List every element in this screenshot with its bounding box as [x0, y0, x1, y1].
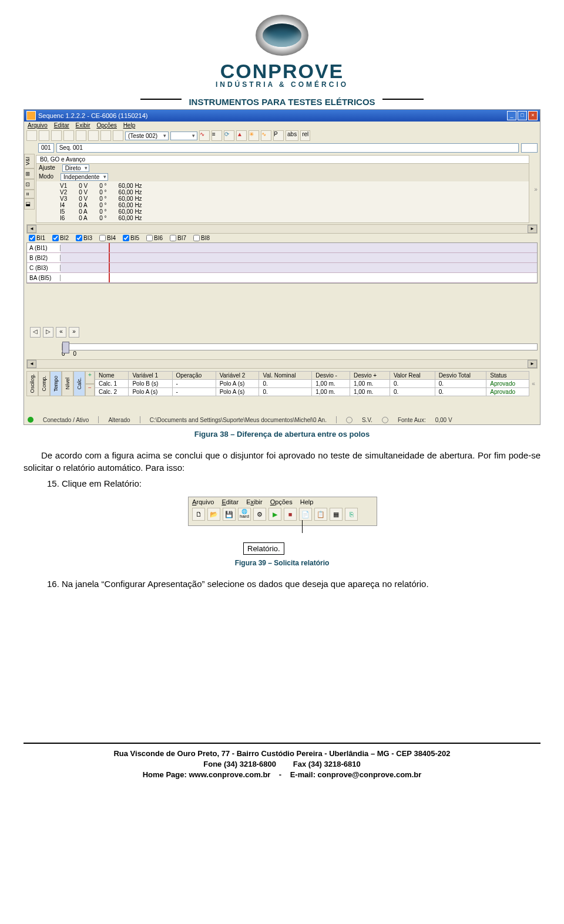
toolbar-2: 🗋 📂 💾 🌐 hard ⚙ ▶ ■ 📄 📋 ▦ ⎘ [189, 507, 377, 522]
h-scrollbar-mid[interactable]: ◄► [26, 359, 538, 369]
table-icon[interactable]: ▦ [330, 508, 343, 521]
paragraph-1: De acordo com a figura acima se conclui … [24, 449, 540, 474]
scroll-left-icon[interactable]: ◄ [27, 225, 36, 233]
menu2-arquivo[interactable]: Arquivo [192, 498, 214, 505]
channel-panel: B0, GO e Avanço Ajuste Direto Modo Indep… [36, 155, 529, 223]
label-ajuste: Ajuste [39, 164, 55, 172]
seq-label[interactable]: Seq. 001 [56, 143, 519, 153]
panel-tab-label[interactable]: B0, GO e Avanço [36, 156, 529, 164]
sine-icon[interactable]: ∿ [261, 130, 271, 141]
vtab-nivel[interactable]: Nível [62, 371, 73, 396]
clipboard-icon[interactable]: 📋 [314, 508, 327, 521]
signal-ba-label: BA (BI5) [27, 275, 61, 281]
banner: INSTRUMENTOS PARA TESTES ELÉTRICOS [24, 91, 540, 107]
menu-exibir[interactable]: Exibir [76, 122, 90, 129]
seq-extra[interactable] [521, 143, 538, 153]
sequence-row: 001 Seq. 001 [24, 142, 540, 154]
menu-help[interactable]: Help [123, 122, 136, 129]
add-row-icon[interactable]: + [85, 371, 95, 384]
toolbar: (Teste 002) ∿ ≡ ⟳ ▲ ✳ ∿ P abs rel [24, 129, 540, 142]
play-icon[interactable] [88, 130, 99, 141]
new-icon[interactable] [26, 130, 37, 141]
signal-a-label: A (BI1) [27, 245, 61, 251]
close-button[interactable]: × [528, 111, 538, 120]
ajuste-select[interactable]: Direto [62, 164, 90, 172]
window-title: Sequenc 1.2.2.2 - CE-6006 (1150214) [38, 112, 148, 119]
scroll-right-icon[interactable]: ► [528, 225, 537, 233]
report-icon[interactable]: 📄 [299, 508, 312, 521]
bi1-checkbox[interactable]: BI1 [29, 235, 45, 241]
stop-icon[interactable] [100, 130, 111, 141]
test-selector[interactable]: (Teste 002) [125, 131, 169, 140]
p-icon[interactable]: P [273, 130, 284, 141]
collapse-right-icon[interactable]: « [529, 371, 538, 396]
new-file-icon[interactable]: 🗋 [192, 508, 205, 521]
ffwd-icon[interactable]: » [69, 327, 79, 338]
bi6-checkbox[interactable]: BI6 [146, 235, 163, 241]
bi2-checkbox[interactable]: BI2 [52, 235, 69, 241]
vtab-calc[interactable]: Calc. [73, 371, 85, 396]
menu2-editar[interactable]: Editar [221, 498, 239, 505]
play-icon-2[interactable]: ▶ [268, 508, 281, 521]
figure-39-caption: Figura 39 – Solicita relatório [24, 559, 540, 567]
save-icon[interactable] [51, 130, 62, 141]
menu-opcoes[interactable]: Opções [96, 122, 116, 129]
menu-bar-2: Arquivo Editar Exibir Opções Help [189, 497, 377, 507]
save-file-icon[interactable]: 💾 [223, 508, 236, 521]
vtab-oscilog[interactable]: Oscilog. [26, 371, 38, 396]
status-fonte-icon [382, 417, 388, 423]
seq-number[interactable]: 001 [38, 143, 54, 153]
settings-icon[interactable]: ⚙ [253, 508, 266, 521]
wave1-icon[interactable]: ∿ [199, 130, 210, 141]
slider-right-value: 0 [73, 350, 77, 357]
h-scrollbar-top[interactable]: ◄ ► [26, 224, 538, 234]
open-icon[interactable] [39, 130, 49, 141]
wave3-icon[interactable]: ⟳ [224, 130, 234, 141]
step-fwd-icon[interactable]: ▷ [43, 327, 53, 338]
step-back-icon[interactable]: ◁ [30, 327, 41, 338]
menu2-help[interactable]: Help [300, 498, 314, 505]
config-icon[interactable] [76, 130, 86, 141]
modo-select[interactable]: Independente [61, 173, 108, 181]
label-rel[interactable]: rel [300, 130, 310, 141]
bi5-checkbox[interactable]: BI5 [123, 235, 139, 241]
hardware-icon[interactable] [63, 130, 74, 141]
window-titlebar: Sequenc 1.2.2.2 - CE-6006 (1150214) _ □ … [24, 110, 540, 122]
bi3-checkbox[interactable]: BI3 [76, 235, 92, 241]
time-slider[interactable]: 0 0 [26, 343, 538, 357]
logo-graphic [250, 12, 314, 59]
expand-right-icon[interactable]: » [532, 154, 540, 224]
rewind-icon[interactable]: « [56, 327, 66, 338]
footer-homepage: Home Page: www.conprove.com.br [143, 770, 271, 779]
vtab-comp[interactable]: Comp. [38, 371, 50, 396]
report-icon[interactable] [113, 130, 123, 141]
open-file-icon[interactable]: 📂 [207, 508, 220, 521]
wave-selector[interactable] [170, 131, 197, 140]
bi4-checkbox[interactable]: BI4 [99, 235, 116, 241]
menu-arquivo[interactable]: Arquivo [28, 122, 48, 129]
export-icon[interactable]: ⎘ [345, 508, 358, 521]
table-row[interactable]: Calc. 1Polo B (s) -Polo A (s) 0.1,00 m. … [95, 380, 529, 388]
wave2-icon[interactable]: ≡ [212, 130, 222, 141]
stop-icon-2[interactable]: ■ [284, 508, 297, 521]
chart-icon[interactable]: ▲ [236, 130, 247, 141]
label-abs[interactable]: abs [286, 130, 298, 141]
bi8-checkbox[interactable]: BI8 [193, 235, 210, 241]
page-footer: Rua Visconde de Ouro Preto, 77 - Bairro … [24, 743, 540, 781]
footer-email: E-mail: conprove@conprove.com.br [290, 770, 422, 779]
table-row[interactable]: Calc. 2Polo A (s) -Polo A (s) 0.1,00 m. … [95, 388, 529, 396]
signal-c-label: C (BI3) [27, 265, 61, 271]
vtab-tempo[interactable]: Tempo [50, 371, 62, 396]
maximize-button[interactable]: □ [518, 111, 527, 120]
menu2-opcoes[interactable]: Opções [270, 498, 293, 505]
minimize-button[interactable]: _ [507, 111, 516, 120]
phasor-icon[interactable]: ✳ [249, 130, 259, 141]
menu-editar[interactable]: Editar [54, 122, 69, 129]
bi7-checkbox[interactable]: BI7 [170, 235, 186, 241]
status-fonte-value: 0,00 V [435, 417, 452, 423]
company-logo: CONPROVE INDÚSTRIA & COMÉRCIO [24, 12, 540, 89]
hard-icon[interactable]: 🌐 hard [238, 508, 251, 521]
remove-row-icon[interactable]: − [85, 384, 95, 397]
menu2-exibir[interactable]: Exibir [246, 498, 263, 505]
step-15: 15. Clique em Relatório: [24, 477, 540, 490]
